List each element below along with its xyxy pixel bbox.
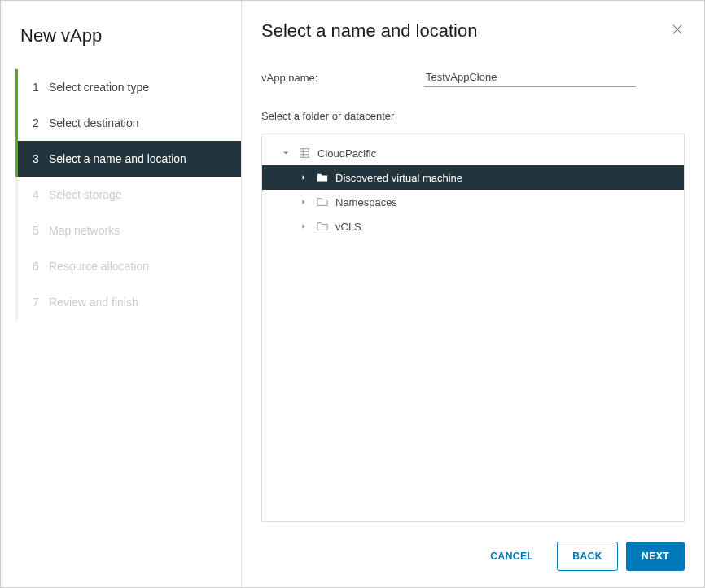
- location-tree: CloudPacific Discovered virtual machine: [261, 134, 685, 522]
- step-select-creation-type[interactable]: 1 Select creation type: [15, 69, 241, 105]
- tree-item-label: Namespaces: [335, 196, 397, 208]
- page-title: Select a name and location: [261, 20, 477, 42]
- tree-item-vcls[interactable]: vCLS: [262, 214, 684, 239]
- wizard-steps: 1 Select creation type 2 Select destinat…: [1, 69, 241, 320]
- wizard-title: New vApp: [1, 20, 241, 66]
- chevron-right-icon[interactable]: [298, 196, 309, 208]
- step-select-name-location[interactable]: 3 Select a name and location: [15, 141, 241, 177]
- step-review-finish: 7 Review and finish: [15, 284, 241, 320]
- step-select-destination[interactable]: 2 Select destination: [15, 105, 241, 141]
- tree-item-label: Discovered virtual machine: [335, 172, 462, 184]
- tree-item-cloudpacific[interactable]: CloudPacific: [262, 141, 684, 165]
- step-number: 2: [33, 116, 49, 129]
- step-map-networks: 5 Map networks: [15, 213, 241, 248]
- close-icon[interactable]: [670, 22, 685, 40]
- datacenter-icon: [298, 147, 311, 160]
- folder-icon: [316, 195, 329, 208]
- wizard-sidebar: New vApp 1 Select creation type 2 Select…: [1, 1, 242, 587]
- step-label: Select storage: [49, 188, 122, 201]
- folder-subhead: Select a folder or datacenter: [261, 110, 685, 122]
- step-number: 4: [33, 188, 49, 201]
- wizard-content: Select a name and location vApp name: Se…: [242, 1, 704, 587]
- step-label: Resource allocation: [49, 260, 149, 273]
- vapp-name-label: vApp name:: [261, 72, 424, 84]
- cancel-button[interactable]: CANCEL: [475, 542, 549, 571]
- vapp-name-input[interactable]: [424, 68, 636, 87]
- step-label: Review and finish: [49, 296, 138, 309]
- step-label: Map networks: [49, 224, 120, 237]
- step-number: 3: [33, 152, 49, 165]
- tree-item-label: vCLS: [335, 221, 361, 233]
- chevron-right-icon[interactable]: [298, 221, 309, 232]
- wizard-footer: CANCEL BACK NEXT: [261, 522, 685, 571]
- step-label: Select a name and location: [49, 152, 186, 165]
- tree-item-namespaces[interactable]: Namespaces: [262, 190, 684, 214]
- step-number: 1: [33, 81, 49, 94]
- folder-icon: [316, 171, 329, 184]
- chevron-down-icon[interactable]: [280, 147, 291, 159]
- step-number: 7: [33, 296, 49, 309]
- step-label: Select destination: [49, 116, 139, 129]
- step-number: 6: [33, 260, 49, 273]
- folder-icon: [316, 220, 329, 233]
- wizard-modal: New vApp 1 Select creation type 2 Select…: [0, 0, 705, 588]
- step-select-storage: 4 Select storage: [15, 177, 241, 213]
- next-button[interactable]: NEXT: [626, 542, 685, 571]
- svg-rect-2: [300, 149, 309, 158]
- tree-item-label: CloudPacific: [317, 147, 376, 160]
- step-number: 5: [33, 224, 49, 237]
- vapp-name-row: vApp name:: [261, 68, 685, 87]
- back-button[interactable]: BACK: [557, 542, 618, 571]
- content-header: Select a name and location: [261, 20, 685, 42]
- step-resource-allocation: 6 Resource allocation: [15, 248, 241, 284]
- chevron-right-icon[interactable]: [298, 172, 309, 183]
- step-label: Select creation type: [49, 81, 149, 94]
- tree-item-discovered-vm[interactable]: Discovered virtual machine: [262, 165, 684, 190]
